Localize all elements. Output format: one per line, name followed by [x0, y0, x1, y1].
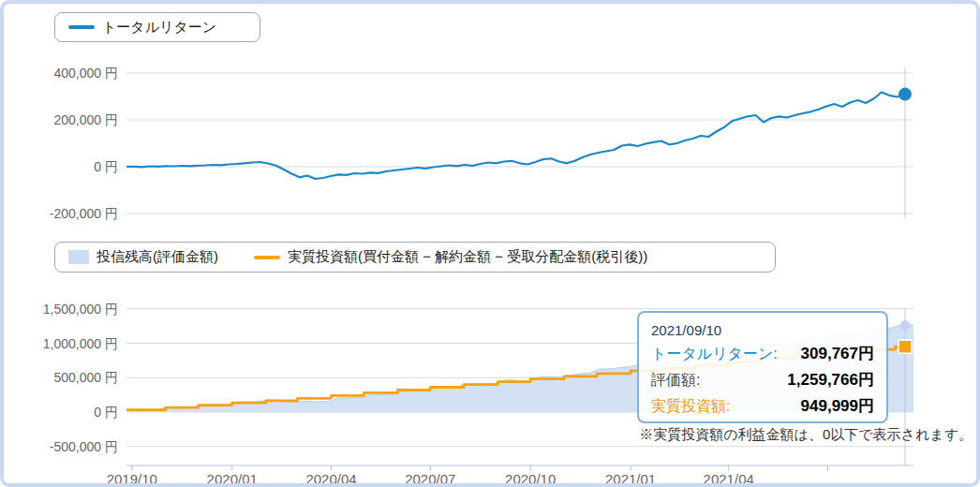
- x-axis-label: 2019/10: [107, 471, 157, 487]
- x-axis-label: 2020/07: [405, 471, 455, 487]
- total-return-line-swatch: [68, 25, 95, 29]
- x-axis-label: 2020/01: [207, 471, 258, 487]
- y-axis-label-bottom: 1,500,000 円: [43, 302, 118, 317]
- invested-line-swatch: [254, 256, 280, 259]
- tooltip-value-valuation: 1,259,766円: [787, 367, 874, 393]
- legend-label-total-return: トータルリターン: [102, 19, 216, 37]
- tooltip-row-total-return: トータルリターン: 309,767円: [651, 341, 874, 367]
- y-axis-label-top: 400,000 円: [54, 66, 119, 81]
- tooltip-label-total-return: トータルリターン:: [651, 341, 778, 367]
- tooltip-row-valuation: 評価額: 1,259,766円: [651, 367, 874, 393]
- tooltip-value-total-return: 309,767円: [801, 341, 874, 367]
- y-axis-label-top: -200,000 円: [50, 206, 118, 221]
- legend-item-valuation[interactable]: 投信残高(評価金額): [68, 248, 218, 266]
- legend-item-total-return: トータルリターン: [68, 19, 216, 37]
- legend-label-invested: 実質投資額(買付金額 − 解約金額 − 受取分配金額(税引後)): [288, 248, 647, 266]
- legend-item-invested[interactable]: 実質投資額(買付金額 − 解約金額 − 受取分配金額(税引後)): [254, 248, 647, 266]
- tooltip-label-invested: 実質投資額:: [651, 393, 730, 420]
- y-axis-label-bottom: -500,000 円: [50, 439, 118, 454]
- tooltip-value-invested: 949,999円: [801, 393, 874, 420]
- total-return-line: [126, 93, 905, 180]
- legend-balance[interactable]: 投信残高(評価金額) 実質投資額(買付金額 − 解約金額 − 受取分配金額(税引…: [54, 242, 776, 273]
- x-axis-label: 2021/01: [605, 471, 656, 487]
- end-marker-total-return[interactable]: [898, 88, 912, 101]
- tooltip-row-invested: 実質投資額: 949,999円: [651, 393, 874, 420]
- tooltip-date: 2021/09/10: [651, 320, 874, 341]
- y-axis-label-top: 0 円: [94, 159, 118, 174]
- y-axis-label-bottom: 500,000 円: [54, 370, 119, 385]
- legend-label-valuation: 投信残高(評価金額): [97, 248, 218, 266]
- tooltip-label-valuation: 評価額:: [651, 367, 700, 393]
- footnote: ※実質投資額の利益金額は、0以下で表示されます。: [639, 426, 973, 444]
- valuation-area-swatch: [68, 250, 89, 264]
- x-axis-label: 2021/04: [704, 471, 754, 487]
- y-axis-label-top: 200,000 円: [54, 112, 119, 127]
- end-marker-invested[interactable]: [898, 340, 912, 353]
- return-chart-panel: 400,000 円200,000 円0 円-200,000 円1,500,000…: [0, 0, 980, 487]
- chart-tooltip: 2021/09/10 トータルリターン: 309,767円 評価額: 1,259…: [637, 311, 888, 423]
- y-axis-label-bottom: 1,000,000 円: [43, 336, 118, 351]
- legend-total-return[interactable]: トータルリターン: [54, 12, 260, 42]
- x-axis-label: 2020/10: [505, 471, 556, 487]
- x-axis-label: 2020/04: [305, 471, 356, 487]
- y-axis-label-bottom: 0 円: [94, 405, 118, 420]
